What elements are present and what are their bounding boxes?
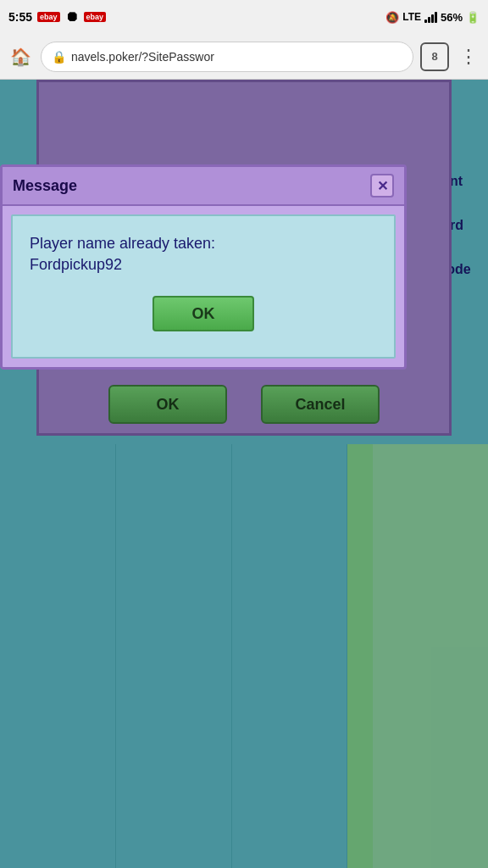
modal-overlay: Message ✕ Player name already taken: For… [0, 80, 488, 868]
mute-icon: 🔕 [385, 11, 399, 24]
lock-icon: 🔒 [52, 50, 66, 64]
signal-bars [424, 11, 437, 23]
dialog-body: Player name already taken: Fordpickup92 … [11, 214, 396, 359]
page-area: Account assword tion Code OK Cancel Mess… [0, 80, 488, 868]
circle-icon: ⏺ [65, 9, 79, 25]
close-icon: ✕ [377, 178, 388, 194]
battery-icon: 🔋 [466, 11, 480, 24]
ebay-badge-2: ebay [84, 12, 107, 22]
message-dialog: Message ✕ Player name already taken: For… [0, 164, 407, 370]
dialog-title: Message [13, 177, 77, 195]
status-right: 🔕 LTE 56% 🔋 [385, 11, 480, 24]
dialog-message-line1: Player name already taken: [30, 235, 215, 252]
status-bar: 5:55 ebay ⏺ ebay 🔕 LTE 56% 🔋 [0, 0, 488, 34]
status-left: 5:55 ebay ⏺ ebay [8, 9, 106, 25]
dialog-titlebar: Message ✕ [3, 167, 404, 206]
dialog-message: Player name already taken: Fordpickup92 [30, 233, 377, 275]
time-display: 5:55 [8, 10, 32, 24]
dialog-ok-label: OK [192, 305, 215, 322]
address-bar[interactable]: 🔒 navels.poker/?SitePasswor [41, 42, 413, 72]
dialog-ok-button[interactable]: OK [152, 296, 254, 331]
url-text: navels.poker/?SitePasswor [71, 50, 214, 64]
lte-label: LTE [402, 11, 421, 23]
browser-chrome: 🏠 🔒 navels.poker/?SitePasswor 8 ⋮ [0, 34, 488, 80]
tab-count: 8 [431, 50, 437, 63]
browser-menu-button[interactable]: ⋮ [456, 46, 481, 68]
dialog-message-line2: Fordpickup92 [30, 256, 122, 273]
battery-percent: 56% [441, 11, 463, 24]
dialog-close-button[interactable]: ✕ [370, 174, 394, 198]
home-button[interactable]: 🏠 [7, 43, 34, 70]
ebay-badge-1: ebay [37, 12, 60, 22]
tab-switcher-button[interactable]: 8 [420, 42, 449, 71]
